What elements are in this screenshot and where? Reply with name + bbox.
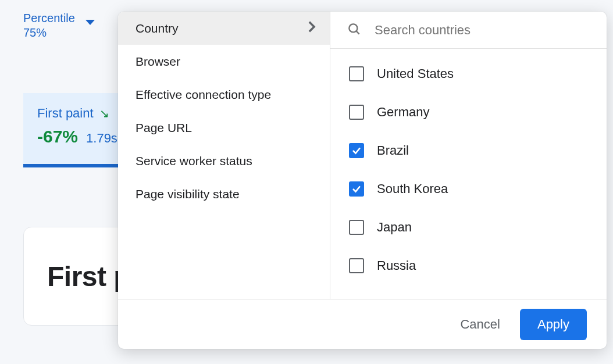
filter-options-panel: United StatesGermanyBrazilSouth KoreaJap…: [330, 12, 607, 299]
metric-time: 1.79s: [86, 131, 117, 146]
filter-category-label: Country: [136, 22, 179, 35]
filter-search-row: [330, 12, 607, 49]
filter-search-input[interactable]: [375, 23, 590, 38]
checkbox-checked-icon[interactable]: [349, 181, 364, 197]
filter-category-item[interactable]: Page visibility state: [118, 177, 330, 210]
chevron-down-icon: [85, 20, 95, 25]
checkbox-checked-icon[interactable]: [349, 143, 364, 158]
filter-category-item[interactable]: Service worker status: [118, 144, 330, 177]
filter-option-item[interactable]: Germany: [330, 93, 607, 131]
percentile-label: Percentile: [23, 12, 75, 25]
filter-category-item[interactable]: Effective connection type: [118, 78, 330, 111]
filter-option-label: Germany: [377, 105, 429, 120]
filter-modal: CountryBrowserEffective connection typeP…: [118, 12, 607, 349]
apply-button[interactable]: Apply: [520, 309, 587, 340]
filter-category-label: Page visibility state: [136, 187, 240, 201]
filter-option-list: United StatesGermanyBrazilSouth KoreaJap…: [330, 49, 607, 299]
filter-option-item[interactable]: Russia: [330, 247, 607, 285]
filter-category-list: CountryBrowserEffective connection typeP…: [118, 12, 330, 299]
metric-name: First paint: [37, 106, 94, 121]
filter-category-label: Browser: [136, 55, 180, 69]
filter-category-item[interactable]: Country: [118, 12, 330, 45]
filter-category-label: Effective connection type: [136, 88, 271, 102]
filter-option-label: South Korea: [377, 181, 448, 197]
filter-option-label: Brazil: [377, 143, 409, 158]
filter-option-label: Russia: [377, 258, 416, 273]
filter-category-item[interactable]: Browser: [118, 45, 330, 78]
checkbox-icon[interactable]: [349, 258, 364, 273]
filter-modal-footer: Cancel Apply: [118, 299, 607, 349]
filter-option-label: Japan: [377, 220, 412, 235]
filter-category-label: Page URL: [136, 121, 192, 135]
filter-option-label: United States: [377, 66, 454, 81]
trend-down-icon: ↘: [99, 106, 109, 120]
search-icon: [347, 22, 362, 39]
metric-delta: -67%: [37, 127, 78, 147]
checkbox-icon[interactable]: [349, 105, 364, 120]
filter-category-item[interactable]: Page URL: [118, 111, 330, 144]
filter-option-item[interactable]: South Korea: [330, 170, 607, 208]
cancel-button[interactable]: Cancel: [460, 317, 500, 332]
svg-line-1: [356, 31, 359, 34]
filter-option-item[interactable]: Brazil: [330, 131, 607, 170]
checkbox-icon[interactable]: [349, 66, 364, 81]
chevron-right-icon: [308, 20, 316, 36]
filter-category-label: Service worker status: [136, 154, 252, 168]
filter-option-item[interactable]: United States: [330, 55, 607, 93]
filter-option-item[interactable]: Japan: [330, 208, 607, 247]
percentile-dropdown[interactable]: Percentile 75%: [23, 12, 95, 40]
percentile-value: 75%: [23, 26, 75, 40]
checkbox-icon[interactable]: [349, 220, 364, 235]
svg-point-0: [349, 24, 357, 32]
